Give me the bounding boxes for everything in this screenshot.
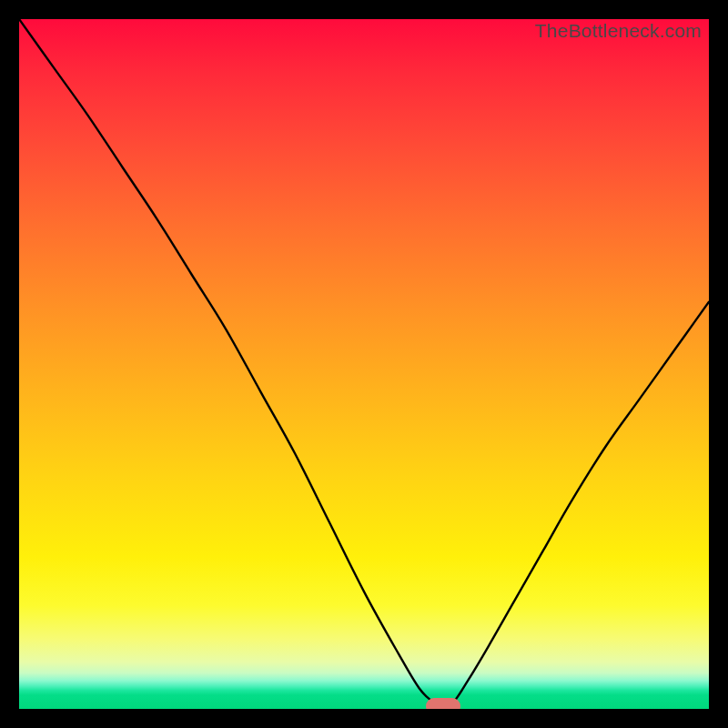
curve-path [19, 19, 709, 709]
optimal-marker [426, 698, 460, 709]
outer-frame: TheBottleneck.com [0, 0, 728, 728]
plot-area: TheBottleneck.com [19, 19, 709, 709]
bottleneck-curve [19, 19, 709, 709]
attribution-text: TheBottleneck.com [535, 20, 702, 42]
